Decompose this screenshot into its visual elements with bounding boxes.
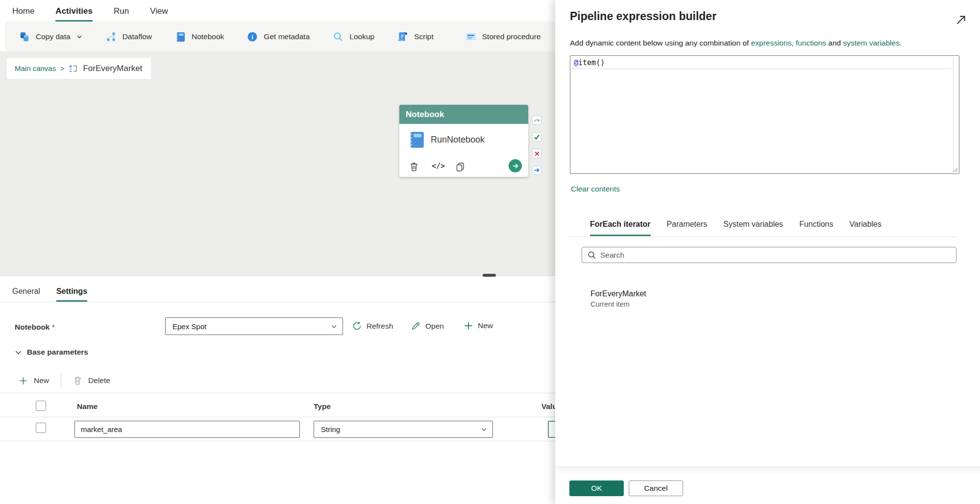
get-metadata-icon: i xyxy=(246,31,258,43)
toolbar-item-get-metadata[interactable]: i Get metadata xyxy=(246,31,310,43)
expression-scrollbar[interactable] xyxy=(953,57,954,172)
trash-icon xyxy=(73,376,82,385)
list-item-foreverymarket[interactable]: ForEveryMarket Current item xyxy=(590,289,646,308)
new-parameter-button[interactable]: New xyxy=(19,376,49,385)
divider xyxy=(568,237,957,237)
add-connector-button[interactable] xyxy=(509,159,522,172)
search-icon xyxy=(587,250,596,260)
tab-settings[interactable]: Settings xyxy=(56,287,87,302)
parameter-type-select[interactable]: String xyxy=(314,421,493,438)
description-text: Add dynamic content below using any comb… xyxy=(570,39,751,47)
script-icon xyxy=(397,31,409,43)
dataflow-icon xyxy=(105,31,117,43)
notebook-field-label-text: Notebook xyxy=(15,323,49,331)
column-header-name: Name xyxy=(77,402,98,411)
new-notebook-button[interactable]: New xyxy=(464,321,493,331)
expand-icon[interactable] xyxy=(955,14,967,26)
row-checkbox[interactable] xyxy=(36,423,46,433)
tab-functions[interactable]: Functions xyxy=(799,220,833,236)
activity-card-body: RunNotebook </> xyxy=(399,124,528,177)
connector-on-success[interactable] xyxy=(532,132,541,142)
code-icon[interactable]: </> xyxy=(432,162,445,170)
tab-general[interactable]: General xyxy=(12,287,40,302)
search-input[interactable] xyxy=(600,251,951,260)
connector-on-failure[interactable] xyxy=(532,149,541,158)
select-all-checkbox[interactable] xyxy=(36,401,46,411)
base-parameters-toggle[interactable]: Base parameters xyxy=(15,348,88,357)
notebook-icon xyxy=(174,31,186,43)
expression-body-token: item() xyxy=(578,58,605,67)
delete-parameter-button[interactable]: Delete xyxy=(73,376,110,385)
column-header-type: Type xyxy=(314,402,331,411)
toolbar-item-notebook[interactable]: Notebook xyxy=(174,31,224,43)
parameter-name-input[interactable] xyxy=(74,421,300,438)
expression-at-token: @ xyxy=(574,58,578,67)
notebook-select[interactable]: Epex Spot xyxy=(165,317,343,335)
notebook-select-value: Epex Spot xyxy=(172,322,330,331)
clone-activity-icon[interactable] xyxy=(455,162,465,172)
toolbar-item-stored-procedure[interactable]: Stored procedure xyxy=(465,31,541,43)
chevron-down-icon xyxy=(480,426,488,433)
footer-divider xyxy=(555,466,980,474)
refresh-label: Refresh xyxy=(367,322,393,331)
expression-builder-tabs: ForEach iterator Parameters System varia… xyxy=(590,220,882,236)
description-text: and xyxy=(826,39,843,47)
plus-icon xyxy=(19,376,28,385)
menu-item-run[interactable]: Run xyxy=(114,6,129,22)
toolbar-item-label: Lookup xyxy=(349,32,374,41)
expression-input[interactable]: @item() xyxy=(570,55,959,174)
toolbar-item-label: Dataflow xyxy=(122,32,152,41)
toolbar-item-dataflow[interactable]: Dataflow xyxy=(105,31,152,43)
functions-link[interactable]: functions xyxy=(796,39,826,47)
open-button[interactable]: Open xyxy=(411,321,444,331)
pencil-icon xyxy=(411,321,421,331)
parameter-type-value: String xyxy=(321,425,480,433)
arrow-right-icon xyxy=(512,162,519,170)
resize-grip-icon[interactable] xyxy=(952,167,958,172)
command-divider xyxy=(61,373,61,388)
new-parameter-label: New xyxy=(34,376,49,385)
breadcrumb: Main canvas > ForEveryMarket xyxy=(7,58,151,79)
delete-activity-icon[interactable] xyxy=(409,162,419,172)
ok-button[interactable]: OK xyxy=(569,480,624,496)
toolbar-item-copy-data[interactable]: Copy data xyxy=(19,31,83,43)
tab-variables[interactable]: Variables xyxy=(850,220,882,236)
search-box xyxy=(582,247,956,263)
menu-item-home[interactable]: Home xyxy=(12,6,34,22)
stored-procedure-icon xyxy=(465,31,477,43)
app-root: Home Activities Run View Copy data xyxy=(0,0,980,504)
breadcrumb-separator: > xyxy=(60,65,64,72)
arrow-right-icon xyxy=(534,167,540,173)
toolbar-item-label: Stored procedure xyxy=(482,32,541,41)
svg-text:i: i xyxy=(252,33,254,41)
refresh-button[interactable]: Refresh xyxy=(352,321,393,331)
cross-icon xyxy=(534,151,540,157)
expression-builder-panel: Pipeline expression builder Add dynamic … xyxy=(555,0,980,504)
chevron-down-icon xyxy=(15,349,22,356)
skip-arrow-icon xyxy=(534,117,540,123)
connector-on-completion[interactable] xyxy=(532,166,541,175)
toolbar-item-lookup[interactable]: Lookup xyxy=(332,31,374,43)
tab-parameters[interactable]: Parameters xyxy=(667,220,708,236)
clear-contents-link[interactable]: Clear contents xyxy=(571,185,620,193)
system-variables-link[interactable]: system variables xyxy=(843,39,900,47)
connector-on-skip[interactable] xyxy=(532,116,541,125)
breadcrumb-main-canvas-link[interactable]: Main canvas xyxy=(15,64,56,72)
copy-data-icon xyxy=(19,31,30,43)
menu-item-activities[interactable]: Activities xyxy=(55,6,93,22)
toolbar-item-label: Get metadata xyxy=(264,32,310,41)
activity-card-runnotebook[interactable]: Notebook RunNotebook </> xyxy=(399,105,528,177)
tab-system-variables[interactable]: System variables xyxy=(723,220,783,236)
toolbar-item-script[interactable]: Script xyxy=(397,31,434,43)
panel-description: Add dynamic content below using any comb… xyxy=(570,39,902,48)
base-parameters-label: Base parameters xyxy=(27,348,88,357)
lookup-icon xyxy=(332,31,344,43)
breadcrumb-current: ForEveryMarket xyxy=(83,64,142,73)
description-text: . xyxy=(900,39,902,47)
cancel-button[interactable]: Cancel xyxy=(629,480,683,496)
tab-foreach-iterator[interactable]: ForEach iterator xyxy=(590,220,651,236)
menu-item-view[interactable]: View xyxy=(150,6,168,22)
list-item-subtitle: Current item xyxy=(590,300,646,308)
parameters-command-bar: New Delete xyxy=(19,372,110,389)
expressions-link[interactable]: expressions, xyxy=(751,39,794,47)
